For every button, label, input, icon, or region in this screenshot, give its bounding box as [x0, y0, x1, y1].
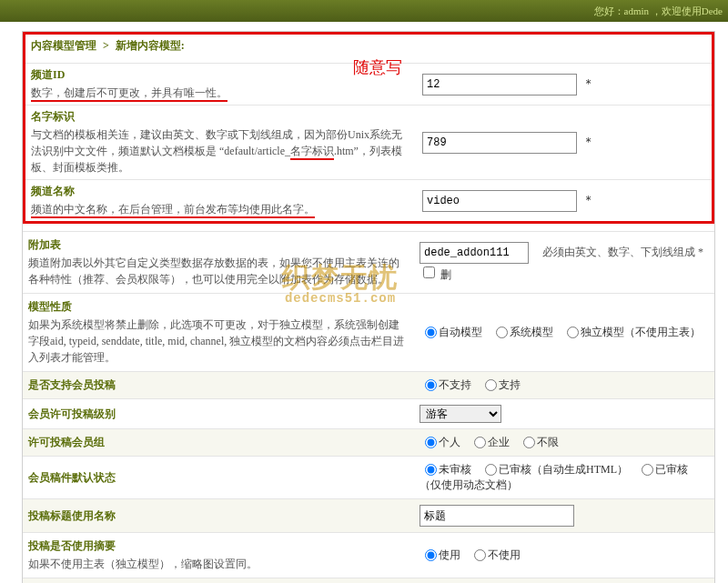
draft-title-label: 投稿标题使用名称 [28, 509, 116, 522]
name-ident-label: 名字标识 [31, 109, 411, 125]
breadcrumb-a[interactable]: 内容模型管理 [31, 39, 96, 52]
addon-table-hint: 必须由英文、数字、下划线组成 * [542, 246, 703, 258]
channel-name-label: 频道名称 [31, 184, 411, 199]
addon-table-del-checkbox[interactable] [423, 266, 435, 278]
addon-table-desc: 频道附加表以外其它自定义类型数据存放数据的表，如果您不使用主表关连的各种特性（推… [28, 256, 399, 286]
breadcrumb-b: 新增内容模型: [116, 39, 185, 52]
member-group-opt-0[interactable] [425, 437, 437, 448]
breadcrumb-sep: > [103, 39, 109, 52]
addon-table-label: 附加表 [28, 237, 409, 253]
model-nature-opt-2[interactable] [567, 327, 579, 338]
channel-id-input[interactable] [422, 74, 577, 95]
member-status-opt-0[interactable] [425, 464, 437, 476]
member-status-opt-1[interactable] [485, 464, 497, 476]
member-group-opt-2[interactable] [523, 437, 535, 448]
member-level-label: 会员许可投稿级别 [28, 407, 116, 420]
member-status-opt-2[interactable] [642, 464, 653, 476]
draft-title-input[interactable] [420, 505, 574, 527]
model-nature-opt-1[interactable] [496, 327, 508, 338]
channel-name-desc: 频道的中文名称，在后台管理，前台发布等均使用此名字。 [31, 203, 315, 218]
use-summary-opt-1[interactable] [474, 549, 486, 561]
channel-name-input[interactable] [422, 190, 577, 212]
model-nature-radios: 自动模型 系统模型 独立模型（不使用主表） [414, 294, 714, 372]
name-ident-desc: 与文档的模板相关连，建议由英文、数字或下划线组成，因为部份Unix系统无法识别中… [31, 128, 402, 174]
member-status-label: 会员稿件默认状态 [28, 471, 116, 484]
use-summary-opt-0[interactable] [425, 549, 437, 561]
member-contribute-label: 是否支持会员投稿 [28, 378, 116, 391]
member-level-select[interactable]: 游客 [420, 405, 501, 423]
use-summary-desc: 如果不使用主表（独立模型），缩略图设置同。 [28, 558, 258, 570]
addon-table-input[interactable] [420, 242, 529, 264]
channel-id-desc: 数字，创建后不可更改，并具有唯一性。 [31, 86, 228, 102]
welcome-text: 您好：admin ，欢迎使用Dede [594, 5, 723, 16]
required-star: * [585, 77, 592, 90]
model-nature-opt-0[interactable] [425, 327, 437, 338]
model-nature-label: 模型性质 [28, 299, 409, 315]
name-ident-input[interactable] [422, 132, 577, 154]
annotation-freewrite: 随意写 [353, 56, 402, 78]
member-contribute-opt-1[interactable] [485, 379, 497, 391]
model-nature-desc: 如果为系统模型将禁止删除，此选项不可更改，对于独立模型，系统强制创建字段aid,… [28, 318, 404, 364]
member-contribute-opt-0[interactable] [425, 379, 437, 391]
top-bar: 您好：admin ，欢迎使用Dede [0, 0, 728, 22]
use-summary-label: 投稿是否使用摘要 [28, 538, 409, 554]
member-group-opt-1[interactable] [474, 437, 486, 448]
member-group-label: 许可投稿会员组 [28, 436, 105, 448]
